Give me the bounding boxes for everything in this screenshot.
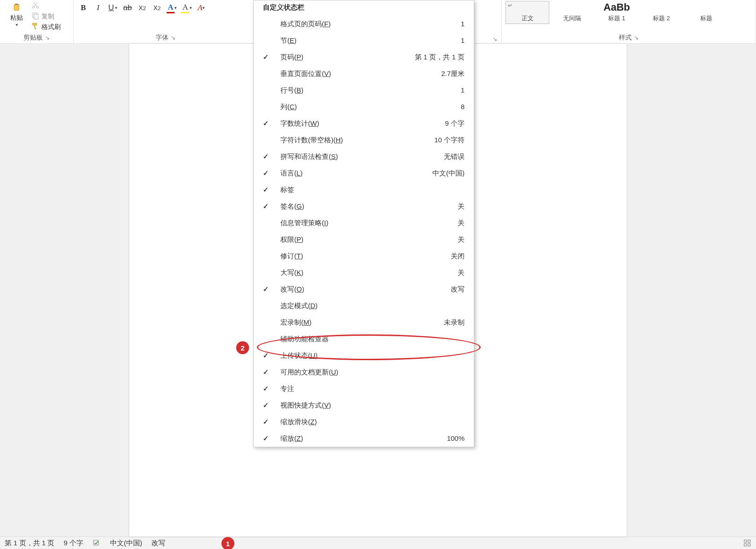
- menu-item-label: 可用的文档更新(U): [280, 368, 338, 376]
- chevron-down-icon: ▾: [174, 6, 177, 10]
- paste-button[interactable]: 粘贴 ▾: [4, 1, 29, 27]
- status-menu-item-1[interactable]: 节(E)1: [254, 32, 474, 49]
- check-icon: ✓: [263, 53, 269, 61]
- clipboard-dialog-launcher-icon[interactable]: ↘: [45, 35, 50, 41]
- status-bar-context-menu: 自定义状态栏 格式页的页码(F)1节(E)1✓页码(P)第 1 页，共 1 页垂…: [253, 0, 474, 447]
- check-icon: ✓: [263, 202, 269, 210]
- status-menu-item-6[interactable]: ✓字数统计(W)9 个字: [254, 115, 474, 132]
- ribbon-group-font: B I U▾ ab X2 X2 A▾ A▾ A▾ 字体 ↘: [74, 0, 258, 43]
- menu-item-value: 中文(中国): [432, 169, 465, 177]
- menu-item-value: 8: [461, 103, 465, 111]
- status-menu-item-22[interactable]: ✓专注: [254, 380, 474, 397]
- status-menu-item-13[interactable]: 权限(P)关: [254, 231, 474, 248]
- paste-icon: [7, 2, 26, 13]
- status-menu-item-0[interactable]: 格式页的页码(F)1: [254, 16, 474, 32]
- status-menu-item-4[interactable]: 行号(B)1: [254, 82, 474, 99]
- status-word-count[interactable]: 9 个字: [64, 539, 83, 548]
- status-menu-item-8[interactable]: ✓拼写和语法检查(S)无错误: [254, 148, 474, 165]
- menu-item-label: 标签: [280, 186, 294, 194]
- check-icon: ✓: [263, 119, 269, 128]
- status-menu-item-9[interactable]: ✓语言(L)中文(中国): [254, 165, 474, 181]
- font-dialog-launcher-icon[interactable]: ↘: [170, 35, 176, 41]
- status-language[interactable]: 中文(中国): [110, 539, 142, 548]
- check-icon: ✓: [263, 434, 269, 443]
- status-spellcheck-icon[interactable]: [93, 539, 101, 547]
- style-normal[interactable]: 正文: [506, 1, 549, 24]
- styles-gallery[interactable]: 正文 无间隔 AaBb 标题 1 标题 2 标题: [506, 1, 728, 25]
- italic-button[interactable]: I: [92, 2, 104, 14]
- status-focus-icon[interactable]: [743, 539, 751, 547]
- paste-label: 粘贴: [10, 14, 23, 22]
- style-heading2[interactable]: 标题 2: [640, 1, 683, 24]
- styles-dialog-launcher-icon[interactable]: ↘: [634, 35, 639, 41]
- status-menu-item-21[interactable]: ✓可用的文档更新(U): [254, 364, 474, 380]
- svg-rect-7: [744, 540, 746, 542]
- svg-rect-0: [14, 4, 19, 11]
- style-heading1[interactable]: AaBb 标题 1: [595, 1, 639, 24]
- menu-item-label: 垂直页面位置(V): [280, 70, 331, 78]
- check-icon: ✓: [263, 285, 269, 293]
- status-menu-item-14[interactable]: 修订(T)关闭: [254, 248, 474, 264]
- menu-item-label: 字符计数(带空格)(H): [280, 136, 343, 144]
- status-menu-item-24[interactable]: ✓缩放滑块(Z): [254, 414, 474, 430]
- status-menu-item-11[interactable]: ✓签名(G)关: [254, 198, 474, 215]
- menu-item-value: 关: [458, 202, 465, 210]
- check-icon: ✓: [263, 368, 269, 376]
- status-overtype[interactable]: 改写: [151, 539, 165, 548]
- copy-icon: [31, 12, 40, 21]
- clipboard-side-buttons: 复制 格式刷: [31, 1, 61, 32]
- paragraph-dialog-launcher-icon[interactable]: ↘: [492, 36, 498, 42]
- status-menu-item-25[interactable]: ✓缩放(Z)100%: [254, 430, 474, 447]
- menu-item-label: 缩放滑块(Z): [280, 418, 317, 426]
- menu-item-value: 10 个字符: [434, 136, 465, 144]
- copy-button[interactable]: 复制: [31, 12, 61, 21]
- menu-item-label: 改写(O): [280, 285, 304, 293]
- format-painter-button[interactable]: 格式刷: [31, 22, 61, 32]
- menu-item-label: 拼写和语法检查(S): [280, 152, 338, 161]
- cut-button[interactable]: [31, 1, 61, 11]
- svg-rect-8: [748, 540, 750, 542]
- superscript-button[interactable]: X2: [151, 2, 163, 14]
- underline-button[interactable]: U▾: [107, 2, 119, 14]
- status-menu-item-12[interactable]: 信息管理策略(I)关: [254, 215, 474, 231]
- status-menu-item-17[interactable]: 选定模式(D): [254, 298, 474, 314]
- bold-button[interactable]: B: [77, 2, 89, 14]
- status-menu-item-18[interactable]: 宏录制(M)未录制: [254, 314, 474, 331]
- clipboard-group-label: 剪贴板: [23, 34, 43, 42]
- menu-item-label: 节(E): [280, 36, 297, 45]
- status-menu-item-2[interactable]: ✓页码(P)第 1 页，共 1 页: [254, 49, 474, 65]
- menu-item-value: 1: [461, 20, 465, 28]
- status-menu-item-20[interactable]: ✓上传状态(U): [254, 347, 474, 364]
- subscript-button[interactable]: X2: [136, 2, 148, 14]
- status-menu-item-15[interactable]: 大写(K)关: [254, 264, 474, 281]
- menu-item-value: 100%: [447, 434, 465, 443]
- svg-rect-6: [33, 23, 37, 25]
- status-menu-item-7[interactable]: 字符计数(带空格)(H)10 个字符: [254, 132, 474, 148]
- menu-item-value: 9 个字: [445, 119, 465, 128]
- annotation-2: 2: [236, 341, 249, 354]
- clear-formatting-button[interactable]: A▾: [195, 2, 207, 14]
- status-menu-item-5[interactable]: 列(C)8: [254, 99, 474, 115]
- style-title[interactable]: 标题: [684, 1, 728, 24]
- highlight-button[interactable]: A▾: [180, 2, 192, 14]
- status-menu-item-16[interactable]: ✓改写(O)改写: [254, 281, 474, 298]
- check-icon: ✓: [263, 401, 269, 409]
- status-page[interactable]: 第 1 页，共 1 页: [5, 539, 54, 548]
- style-no-spacing[interactable]: 无间隔: [550, 1, 594, 24]
- menu-item-label: 字数统计(W): [280, 119, 319, 128]
- status-menu-item-3[interactable]: 垂直页面位置(V)2.7厘米: [254, 65, 474, 82]
- font-color-button[interactable]: A▾: [166, 2, 178, 14]
- menu-item-label: 行号(B): [280, 86, 303, 94]
- menu-item-label: 签名(G): [280, 202, 304, 210]
- status-menu-item-10[interactable]: ✓标签: [254, 181, 474, 198]
- menu-item-value: 第 1 页，共 1 页: [415, 53, 465, 61]
- status-menu-item-19[interactable]: 辅助功能检查器: [254, 331, 474, 347]
- check-icon: ✓: [263, 152, 269, 161]
- menu-item-label: 宏录制(M): [280, 318, 312, 327]
- menu-item-value: 未录制: [444, 318, 465, 327]
- status-menu-item-23[interactable]: ✓视图快捷方式(V): [254, 397, 474, 414]
- menu-item-label: 格式页的页码(F): [280, 20, 331, 28]
- chevron-down-icon: ▾: [16, 22, 18, 27]
- chevron-down-icon: ▾: [203, 6, 205, 10]
- strikethrough-button[interactable]: ab: [122, 2, 134, 14]
